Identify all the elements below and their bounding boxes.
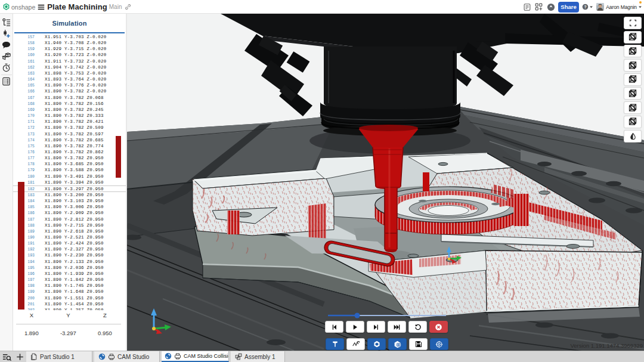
svg-text:?: ? <box>584 5 587 9</box>
